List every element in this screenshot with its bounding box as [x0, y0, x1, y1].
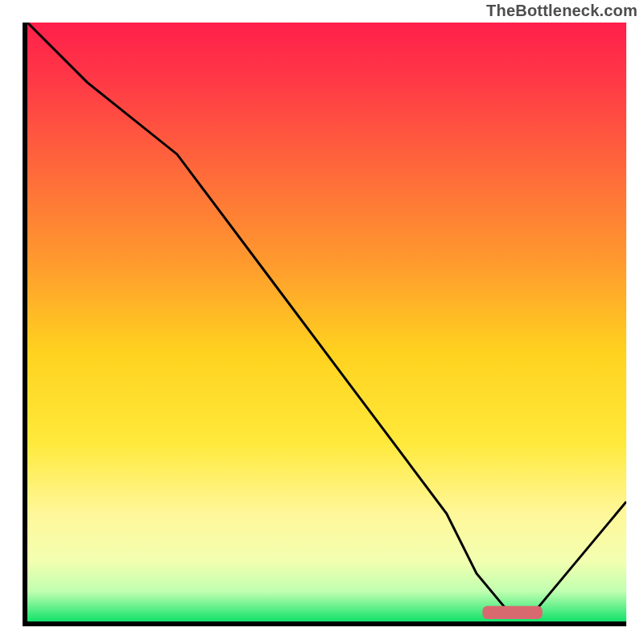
plot-area — [27, 23, 626, 621]
gradient-background — [27, 23, 626, 621]
watermark-text: TheBottleneck.com — [486, 2, 638, 20]
chart-svg — [27, 23, 626, 621]
chart-container: TheBottleneck.com — [0, 0, 644, 644]
plot-frame — [23, 23, 626, 626]
optimal-marker — [482, 606, 542, 619]
